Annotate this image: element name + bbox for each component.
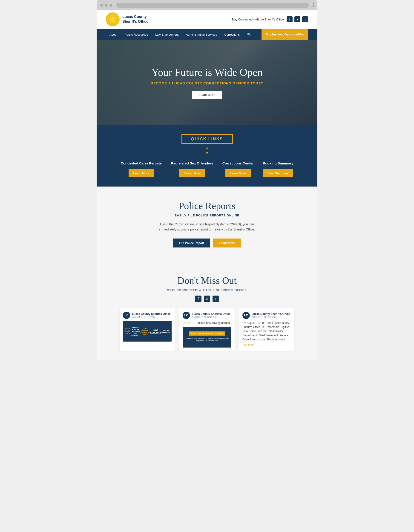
- police-reports-description: Using the Citizen Online Police Report S…: [159, 222, 255, 232]
- nav-items: About Public Resources Law Enforcement A…: [106, 29, 262, 40]
- feed-meta-3: Lucas County Sheriff's Office August 13 …: [252, 312, 290, 318]
- feed-avatar-1: LC: [123, 312, 130, 319]
- header-right: Stay Connected with the Sheriff's Office…: [231, 16, 308, 22]
- feed-meta-2: Lucas County Sheriff's Office August 14 …: [192, 312, 230, 318]
- logo-line1: Lucas County: [122, 14, 148, 19]
- dont-miss-twitter-icon[interactable]: t: [213, 295, 219, 302]
- logo-area[interactable]: ⭐ Lucas County Sheriff's Office: [106, 12, 148, 26]
- quick-link-booking-summary: Booking Summary View Summary: [263, 161, 293, 177]
- address-bar[interactable]: [116, 3, 309, 8]
- stay-connected-text: Stay Connected with the Sheriff's Office: [231, 18, 284, 21]
- nav-item-law-enforcement[interactable]: Law Enforcement: [151, 30, 182, 39]
- main-nav: About Public Resources Law Enforcement A…: [97, 29, 317, 40]
- dont-miss-facebook-icon[interactable]: f: [195, 295, 201, 302]
- feed-card-3-header: LC Lucas County Sheriff's Office August …: [242, 312, 291, 319]
- twitter-icon[interactable]: t: [302, 16, 308, 22]
- dont-miss-section: Don't Miss Out STAY CONNECTED WITH THE S…: [97, 261, 317, 360]
- nav-item-public-resources[interactable]: Public Resources: [121, 30, 151, 39]
- feed-card-3: LC Lucas County Sheriff's Office August …: [239, 308, 294, 351]
- booking-summary-label: Booking Summary: [263, 161, 293, 166]
- feed-card-2-header: LC Lucas County Sheriff's Office August …: [183, 312, 231, 319]
- quick-links-title: QUICK LINKS: [191, 137, 223, 142]
- feed-name-1: Lucas County Sheriff's Office: [132, 312, 171, 315]
- dont-miss-title: Don't Miss Out: [106, 275, 308, 286]
- quick-link-sex-offenders: Registered Sex Offenders Search Now: [171, 161, 213, 177]
- feed-date-2: August 14 at 12:06am: [192, 315, 230, 318]
- feed-avatar-3: LC: [242, 312, 250, 319]
- police-reports-subtitle: EASILY FILE POLICE REPORTS ONLINE: [106, 214, 308, 217]
- feed-card-1: LC Lucas County Sheriff's Office August …: [120, 308, 175, 351]
- feed-date-3: August 13 at 11:06pm: [252, 315, 290, 318]
- hero-content: Your Future is Wide Open BECOME A LUCAS …: [151, 66, 263, 99]
- corrections-center-label: Corrections Center: [222, 161, 254, 166]
- feed-name-3: Lucas County Sheriff's Office: [252, 312, 290, 315]
- employment-opportunities-button[interactable]: Employment Opportunities: [262, 29, 308, 40]
- quick-links-section: QUICK LINKS ★ ★ Concealed Carry Permits …: [97, 125, 317, 187]
- sex-offenders-label: Registered Sex Offenders: [171, 161, 213, 166]
- feed-date-1: August 15 at 2:12am: [132, 315, 171, 318]
- browser-menu[interactable]: [313, 3, 314, 7]
- feed-avatar-2: LC: [183, 312, 190, 319]
- accident-badge: ACCIDENT/TRAFFIC ALERT: [189, 332, 225, 336]
- feed-name-2: Lucas County Sheriff's Office: [192, 312, 230, 315]
- feed-text-3: On August 13, 2021 the Lucas County Sher…: [242, 321, 291, 342]
- logo-text: Lucas County Sheriff's Office: [122, 14, 148, 24]
- quick-link-concealed-carry: Concealed Carry Permits Learn More: [121, 161, 162, 177]
- accident-text: Double Roll Over Accident: 475 South at …: [183, 336, 231, 343]
- hero-subtitle: BECOME A LUCAS COUNTY CORRECTIONS OFFICE…: [151, 81, 263, 85]
- site-header: ⭐ Lucas County Sheriff's Office Stay Con…: [97, 10, 317, 29]
- corrections-center-button[interactable]: Learn More: [226, 169, 251, 177]
- browser-dot-1: [100, 4, 103, 7]
- dont-miss-subtitle: STAY CONNECTED WITH THE SHERIFF'S OFFICE: [106, 288, 308, 292]
- police-reports-section: Police Reports EASILY FILE POLICE REPORT…: [97, 187, 317, 261]
- booking-summary-button[interactable]: View Summary: [263, 169, 293, 177]
- see-more-link-3[interactable]: See more: [242, 343, 291, 347]
- search-icon[interactable]: 🔍: [243, 29, 255, 40]
- dont-miss-social-icons: f ● t: [106, 295, 308, 302]
- quick-links-grid: Concealed Carry Permits Learn More Regis…: [110, 161, 304, 177]
- concealed-carry-button[interactable]: Learn More: [129, 169, 154, 177]
- hero-learn-more-button[interactable]: Learn More: [192, 91, 222, 99]
- logo-line2: Sheriff's Office: [122, 19, 148, 24]
- sex-offenders-button[interactable]: Search Now: [179, 169, 205, 177]
- social-icons: f ● t: [287, 16, 308, 22]
- file-police-report-button[interactable]: File Police Report: [173, 238, 210, 247]
- police-reports-learn-more-button[interactable]: Learn More: [213, 238, 241, 247]
- feed-meta-1: Lucas County Sheriff's Office August 15 …: [132, 312, 171, 318]
- sheriff-badge-icon: ⭐: [106, 12, 120, 26]
- feed-card-2: LC Lucas County Sheriff's Office August …: [179, 308, 235, 351]
- social-feed: LC Lucas County Sheriff's Office August …: [106, 308, 308, 351]
- quick-link-corrections-center: Corrections Center Learn More: [222, 161, 254, 177]
- page: ⭐ Lucas County Sheriff's Office Stay Con…: [97, 10, 317, 360]
- quick-links-star-bottom: ★: [110, 151, 304, 154]
- quick-links-star-top: ★: [110, 146, 304, 150]
- feed-image-2: ACCIDENT/TRAFFIC ALERT Double Roll Over …: [183, 327, 231, 348]
- browser-dot-3: [110, 4, 112, 7]
- browser-dot-2: [105, 4, 108, 7]
- instagram-icon[interactable]: ●: [294, 16, 300, 22]
- feed-card-1-header: LC Lucas County Sheriff's Office August …: [123, 312, 172, 319]
- feed-image-1: JOIN OUR TEAM MAKE A POSITIVE CHANGE IN …: [123, 321, 172, 342]
- facebook-icon[interactable]: f: [287, 16, 292, 22]
- hero-section: Your Future is Wide Open BECOME A LUCAS …: [97, 40, 317, 125]
- feed-text-2: UPDATE: Traffic is now flowing normal.: [183, 321, 231, 325]
- concealed-carry-label: Concealed Carry Permits: [121, 161, 162, 166]
- police-reports-buttons: File Police Report Learn More: [106, 238, 308, 247]
- nav-item-administrative-services[interactable]: Administrative Services: [182, 30, 221, 39]
- nav-item-corrections[interactable]: Corrections: [221, 30, 243, 39]
- hero-title: Your Future is Wide Open: [151, 66, 263, 78]
- dont-miss-instagram-icon[interactable]: ●: [204, 295, 210, 302]
- browser-chrome: [97, 0, 317, 10]
- nav-item-about[interactable]: About: [106, 30, 121, 39]
- quick-links-title-box: QUICK LINKS: [181, 134, 233, 144]
- police-reports-title: Police Reports: [106, 200, 308, 211]
